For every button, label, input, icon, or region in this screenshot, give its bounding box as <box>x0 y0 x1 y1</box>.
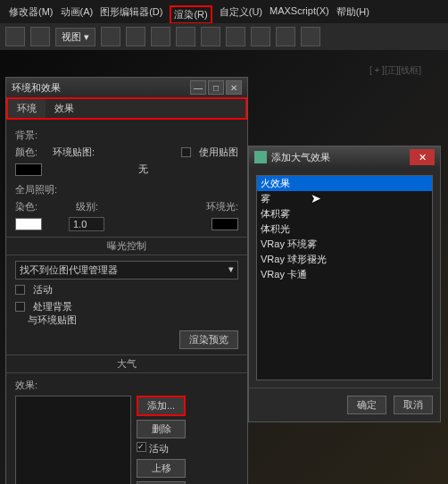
list-item-vraytoon[interactable]: VRay 卡通 <box>257 267 432 282</box>
move-up-button[interactable]: 上移 <box>137 459 186 478</box>
list-item-fire[interactable]: 火效果 <box>257 176 432 191</box>
toolbar-btn-10[interactable] <box>276 27 295 46</box>
cursor-icon: ➤ <box>311 191 321 205</box>
menu-modifiers[interactable]: 修改器(M) <box>9 5 54 24</box>
add-button[interactable]: 添加... <box>137 396 186 416</box>
envmap-label: 环境贴图: <box>53 146 95 159</box>
ok-button[interactable]: 确定 <box>347 396 386 414</box>
process-bg-checkbox[interactable] <box>15 302 25 312</box>
dialog2-close-button[interactable]: ✕ <box>410 149 435 165</box>
use-map-checkbox[interactable] <box>181 147 191 157</box>
envmap-none[interactable]: 无 <box>47 163 238 176</box>
tint-swatch[interactable] <box>15 218 42 230</box>
process-bg-label: 处理背景 <box>33 300 72 313</box>
toolbar-btn-6[interactable] <box>176 27 195 46</box>
tab-effects[interactable]: 效果 <box>46 99 83 118</box>
envlight-swatch[interactable] <box>212 218 238 230</box>
menu-customize[interactable]: 自定义(U) <box>220 5 262 24</box>
environment-effects-dialog: 环境和效果 — □ ✕ 环境 效果 背景: 颜色: 环境贴图: 使用贴图 无 全… <box>5 77 248 484</box>
bg-color-swatch[interactable] <box>15 163 42 176</box>
toolbar-btn-9[interactable] <box>251 27 270 46</box>
menu-render[interactable]: 渲染(R) <box>170 5 212 24</box>
list-item-vollight[interactable]: 体积光 <box>257 221 432 237</box>
view-dropdown[interactable]: 视图 ▾ <box>55 28 95 46</box>
cancel-button[interactable]: 取消 <box>394 396 433 414</box>
global-light-label: 全局照明: <box>15 183 57 196</box>
envlight-label: 环境光: <box>206 200 238 213</box>
toolbar: 视图 ▾ <box>0 23 448 50</box>
use-map-label: 使用贴图 <box>199 146 238 159</box>
menu-bar: 修改器(M) 动画(A) 图形编辑器(D) 渲染(R) 自定义(U) MAXSc… <box>0 5 369 24</box>
dialog2-titlebar[interactable]: 添加大气效果 ✕ <box>249 146 440 168</box>
effects-active-checkbox[interactable] <box>137 442 146 452</box>
list-item-vrayfog[interactable]: VRay 环境雾 <box>257 237 432 252</box>
list-item-fog[interactable]: 雾 <box>257 191 432 206</box>
minimize-button[interactable]: — <box>190 80 206 95</box>
render-preview-button[interactable]: 渲染预览 <box>179 330 238 349</box>
menu-help[interactable]: 帮助(H) <box>336 5 369 24</box>
dialog2-title: 添加大气效果 <box>271 151 330 164</box>
toolbar-btn-7[interactable] <box>201 27 220 46</box>
toolbar-btn-2[interactable] <box>30 27 50 46</box>
toolbar-btn-3[interactable] <box>101 27 120 46</box>
menu-maxscript[interactable]: MAXScript(X) <box>270 5 329 24</box>
background-label: 背景: <box>15 129 47 142</box>
close-button[interactable]: ✕ <box>226 80 242 95</box>
effects-label: 效果: <box>15 379 47 392</box>
active-label: 活动 <box>33 283 53 296</box>
maximize-button[interactable]: □ <box>208 80 224 95</box>
list-item-vraysphere[interactable]: VRay 球形褪光 <box>257 252 432 267</box>
toolbar-btn-8[interactable] <box>226 27 245 46</box>
dialog1-body: 背景: 颜色: 环境贴图: 使用贴图 无 全局照明: 染色: 级别: 环境光: … <box>6 120 247 484</box>
dialog2-icon <box>254 151 267 163</box>
viewport-label: [ + ][正][线框] <box>369 64 421 77</box>
atmosphere-section: 大气 <box>6 355 247 373</box>
menu-animation[interactable]: 动画(A) <box>61 5 94 24</box>
envmap-sublabel: 与环境贴图 <box>28 313 77 327</box>
effects-listbox[interactable] <box>15 396 131 484</box>
exposure-dropdown[interactable]: 找不到位图代理管理器▾ <box>15 261 238 280</box>
dialog2-body: 火效果 雾 体积雾 体积光 VRay 环境雾 VRay 球形褪光 VRay 卡通 <box>249 168 440 388</box>
color-label: 颜色: <box>15 146 47 159</box>
toolbar-btn-5[interactable] <box>151 27 170 46</box>
toolbar-btn-4[interactable] <box>126 27 145 46</box>
toolbar-btn-11[interactable] <box>301 27 320 46</box>
tint-label: 染色: <box>15 200 47 213</box>
level-label: 级别: <box>76 200 108 213</box>
toolbar-btn-1[interactable] <box>5 27 25 46</box>
level-spinner[interactable]: 1.0 <box>69 217 104 231</box>
dialog1-tabs: 环境 效果 <box>6 97 247 120</box>
delete-button[interactable]: 删除 <box>137 420 186 438</box>
menu-graph-editor[interactable]: 图形编辑器(D) <box>100 5 162 24</box>
add-atmosphere-dialog: 添加大气效果 ✕ 火效果 雾 体积雾 体积光 VRay 环境雾 VRay 球形褪… <box>248 146 441 422</box>
list-item-volfog[interactable]: 体积雾 <box>257 206 432 221</box>
active-checkbox[interactable] <box>15 285 25 295</box>
effects-active-label: 活动 <box>149 443 169 454</box>
atmosphere-list[interactable]: 火效果 雾 体积雾 体积光 VRay 环境雾 VRay 球形褪光 VRay 卡通 <box>256 175 433 380</box>
tab-environment[interactable]: 环境 <box>8 99 46 118</box>
dialog1-titlebar[interactable]: 环境和效果 — □ ✕ <box>6 78 247 97</box>
dialog1-title: 环境和效果 <box>12 81 61 95</box>
exposure-section: 曝光控制 <box>6 237 247 255</box>
